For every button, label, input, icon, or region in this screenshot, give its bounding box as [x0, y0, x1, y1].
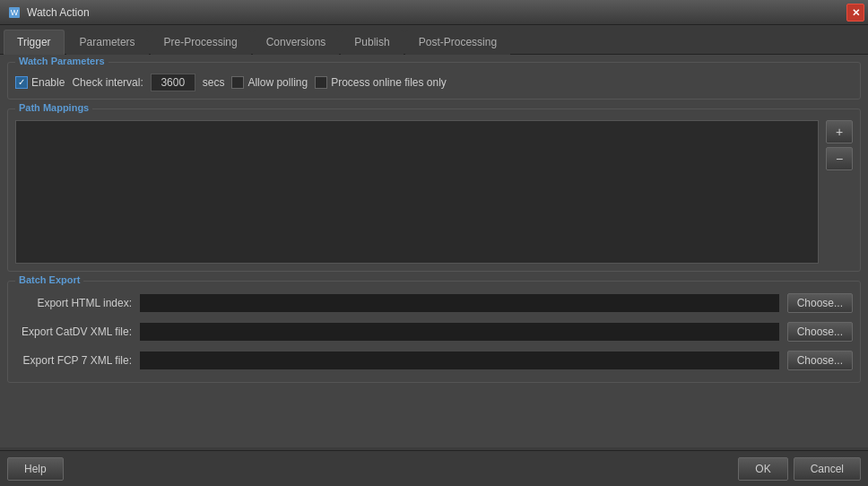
window-icon: W [7, 5, 22, 20]
tab-trigger[interactable]: Trigger [4, 30, 65, 55]
export-catdv-label: Export CatDV XML file: [15, 325, 132, 338]
path-mappings-group: Path Mappings + − [7, 108, 861, 272]
allow-polling-label: Allow polling [247, 76, 308, 89]
path-mappings-list [15, 120, 819, 264]
svg-text:W: W [11, 8, 19, 17]
path-mappings-title: Path Mappings [15, 102, 92, 113]
batch-export-group: Batch Export Export HTML index: Choose..… [7, 281, 861, 383]
enable-checkbox-container[interactable]: ✓ Enable [15, 76, 65, 89]
close-button[interactable]: ✕ [846, 4, 864, 22]
process-online-label: Process online files only [331, 76, 447, 89]
export-fcp7-label: Export FCP 7 XML file: [15, 354, 132, 367]
export-catdv-input[interactable] [139, 322, 780, 342]
footer: Help OK Cancel [0, 450, 868, 486]
secs-label: secs [203, 76, 225, 89]
allow-polling-checkbox[interactable] [231, 76, 244, 89]
path-mappings-buttons: + − [826, 120, 853, 264]
export-catdv-row: Export CatDV XML file: Choose... [15, 317, 853, 346]
title-bar: W Watch Action ✕ [0, 0, 868, 25]
tab-post-processing[interactable]: Post-Processing [405, 30, 510, 55]
path-mappings-content: + − [15, 120, 853, 264]
export-html-row: Export HTML index: Choose... [15, 289, 853, 317]
export-fcp7-choose-button[interactable]: Choose... [787, 351, 853, 370]
process-online-checkbox[interactable] [315, 76, 327, 89]
ok-button[interactable]: OK [738, 457, 787, 481]
watch-params-row: ✓ Enable Check interval: secs Allow poll… [15, 70, 853, 91]
export-html-input[interactable] [139, 293, 780, 313]
process-online-container[interactable]: Process online files only [315, 76, 447, 89]
check-interval-label: Check interval: [72, 76, 143, 89]
cancel-button[interactable]: Cancel [794, 457, 861, 481]
add-mapping-button[interactable]: + [826, 120, 853, 143]
watch-parameters-title: Watch Parameters [15, 56, 108, 66]
check-interval-input[interactable] [151, 74, 195, 91]
window-title: Watch Action [27, 6, 90, 19]
enable-checkbox[interactable]: ✓ [15, 76, 28, 89]
tab-bar: Trigger Parameters Pre-Processing Conver… [0, 25, 868, 55]
main-content: Watch Parameters ✓ Enable Check interval… [0, 55, 868, 447]
tab-parameters[interactable]: Parameters [66, 30, 149, 55]
export-html-choose-button[interactable]: Choose... [787, 293, 853, 313]
allow-polling-container[interactable]: Allow polling [231, 76, 308, 89]
export-html-label: Export HTML index: [15, 297, 132, 309]
batch-export-title: Batch Export [15, 274, 83, 285]
footer-right-buttons: OK Cancel [738, 457, 861, 481]
tab-pre-processing[interactable]: Pre-Processing [151, 30, 251, 55]
export-fcp7-row: Export FCP 7 XML file: Choose... [15, 346, 853, 375]
export-catdv-choose-button[interactable]: Choose... [787, 322, 853, 342]
tab-conversions[interactable]: Conversions [253, 30, 340, 55]
watch-parameters-group: Watch Parameters ✓ Enable Check interval… [7, 62, 861, 100]
export-fcp7-input[interactable] [139, 351, 780, 370]
remove-mapping-button[interactable]: − [826, 147, 853, 170]
checkmark-icon: ✓ [18, 78, 25, 87]
tab-publish[interactable]: Publish [341, 30, 403, 55]
help-button[interactable]: Help [7, 457, 64, 481]
enable-label: Enable [31, 76, 65, 89]
